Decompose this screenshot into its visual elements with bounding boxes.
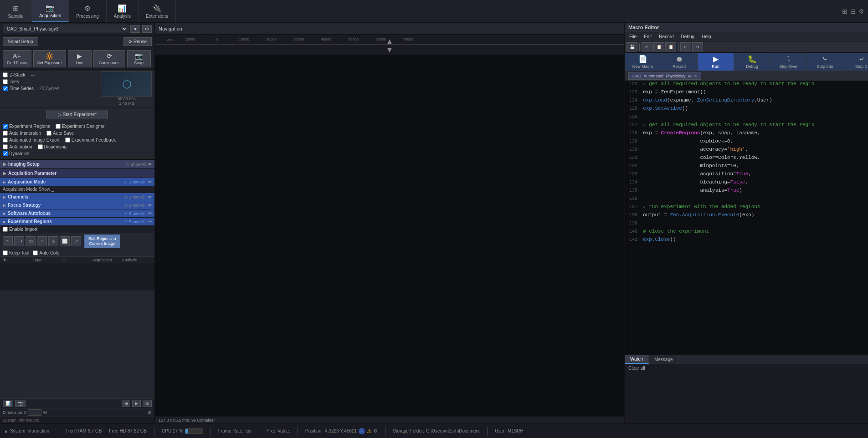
channels-edit[interactable]: ✏ <box>148 194 152 199</box>
set-exposure-button[interactable]: 🔆 Set Exposure <box>33 50 66 67</box>
prev-btn[interactable]: ◀ <box>122 400 130 407</box>
experiment-settings-btn[interactable]: ⚙ <box>142 25 152 33</box>
automation-cb[interactable]: Automation <box>3 144 32 149</box>
macro-redo-btn[interactable]: ↪ <box>692 42 703 51</box>
imaging-setup-show-all[interactable]: ◇ Show All <box>126 162 146 167</box>
dimension-x-input[interactable] <box>28 409 41 416</box>
tab-extensions[interactable]: 🔌 Extensions <box>139 0 176 22</box>
camera-bottom-btn[interactable]: 📷 <box>15 400 26 407</box>
step-over-button[interactable]: ⤵ Step Over <box>770 53 807 71</box>
macro-paste-btn[interactable]: 📋 <box>665 42 676 51</box>
time-series-checkbox[interactable] <box>3 86 8 91</box>
dimension-settings-btn[interactable]: ⚙ <box>148 410 152 415</box>
tool-poly[interactable]: ⟡ <box>48 236 58 246</box>
tool-freehand[interactable]: ↗ <box>71 236 81 246</box>
imaging-setup-section-header[interactable]: ▶ Imaging Setup ◇ Show All ✏ <box>0 159 154 168</box>
acq-mode-show-all[interactable]: ✓ Show All <box>124 180 144 184</box>
macro-menu-help[interactable]: Help <box>699 33 714 40</box>
snap-button[interactable]: 📷 Snap <box>127 50 151 67</box>
dispensing-cb[interactable]: Dispensing <box>38 144 67 149</box>
dynamics-cb[interactable]: Dynamics <box>3 151 29 156</box>
macro-save-btn[interactable]: 💾 <box>627 42 637 51</box>
processing-icon: ⚙ <box>84 4 91 13</box>
focus-strategy-show-all[interactable]: ◇ Show All <box>124 203 144 208</box>
find-focus-button[interactable]: AF Find Focus <box>3 50 31 67</box>
acq-parameter-section-header[interactable]: ▶ Acquisition Parameter <box>0 168 154 178</box>
position-settings-icon[interactable]: ⚙ <box>374 428 378 433</box>
keep-tool-cb[interactable]: Keep Tool <box>3 250 29 255</box>
ruler-tick-4: 20000 <box>258 37 285 41</box>
macro-undo-btn[interactable]: ↩ <box>680 42 691 51</box>
next-btn[interactable]: ▶ <box>132 400 141 407</box>
new-macro-button[interactable]: 📄 New Macro <box>625 53 661 71</box>
focus-strategy-edit[interactable]: ✏ <box>148 203 152 208</box>
expand-btn[interactable]: ⊞ <box>143 400 152 407</box>
acq-mode-edit[interactable]: ✏ <box>148 179 152 184</box>
automated-image-export-cb[interactable]: Automated Image Export <box>3 138 60 143</box>
tab-analysis[interactable]: 📊 Analysis <box>107 0 139 22</box>
run-button[interactable]: ▶ Run <box>698 53 734 71</box>
macro-copy-btn[interactable]: 📋 <box>653 42 664 51</box>
tool-line[interactable]: ⟶ <box>14 236 24 246</box>
channels-show-all[interactable]: ◇ Show All <box>124 195 144 199</box>
tool-bezier[interactable]: ⬜ <box>60 236 70 246</box>
continuous-button[interactable]: ⟳ Continuous <box>93 50 125 67</box>
gear-icon[interactable]: ⚙ <box>858 8 864 15</box>
start-experiment-button[interactable]: ▷ Start Experiment <box>46 110 108 119</box>
experiment-designer-cb[interactable]: Experiment Designer <box>56 124 104 129</box>
macro-tab-item[interactable]: OAD_Automated_Physiology_IA ✕ <box>628 72 701 80</box>
live-button[interactable]: ▶ Live <box>68 50 92 67</box>
grid-icon-1[interactable]: ⊞ <box>842 8 847 15</box>
focus-strategy-header[interactable]: ▶ Focus Strategy ◇ Show All ✏ <box>0 201 154 209</box>
software-autofocus-show-all[interactable]: ✓ Show All <box>124 211 144 216</box>
macro-code-area[interactable]: 122# get all required objects to be read… <box>625 81 868 355</box>
macro-menu-debug[interactable]: Debug <box>678 33 697 40</box>
step-over-icon: ⤵ <box>787 55 791 63</box>
experiment-regions-show-all[interactable]: ✓ Show All <box>124 219 144 224</box>
nav-arrow-top[interactable]: ▲ <box>385 36 394 45</box>
debug-button[interactable]: 🐛 Debug <box>734 53 770 71</box>
z-stack-checkbox[interactable] <box>3 72 8 77</box>
clear-all-button[interactable]: Clear all <box>625 364 649 372</box>
reuse-button[interactable]: ⟳ Reuse <box>123 37 152 46</box>
step-into-button[interactable]: ⤷ Step Into <box>807 53 843 71</box>
extensions-icon: 🔌 <box>153 4 162 13</box>
code-line-126: 126 <box>625 114 868 122</box>
channels-header[interactable]: ▶ Channels ◇ Show All ✏ <box>0 193 154 201</box>
macro-menu-edit[interactable]: Edit <box>641 33 654 40</box>
record-button[interactable]: ⏺ Record <box>661 53 698 71</box>
macro-cut-btn[interactable]: ✂ <box>642 42 652 51</box>
tab-acquisition[interactable]: 📷 Acquisition <box>32 0 69 22</box>
grid-icon-2[interactable]: ⊟ <box>850 8 856 15</box>
message-tab[interactable]: Message <box>649 356 679 363</box>
auto-save-cb[interactable]: Auto Save <box>46 131 74 136</box>
smart-setup-button[interactable]: Smart Setup <box>3 37 38 46</box>
macro-tab-close[interactable]: ✕ <box>693 73 697 78</box>
imaging-setup-edit-icon[interactable]: ✏ <box>148 162 152 167</box>
tab-processing[interactable]: ⚙ Processing <box>69 0 106 22</box>
auto-immersion-cb[interactable]: Auto Immersion <box>3 131 41 136</box>
chart-btn[interactable]: 📊 <box>3 400 13 407</box>
step-c-button[interactable]: ⤶ Step C <box>843 53 868 71</box>
enable-import-cb[interactable]: Enable Import <box>3 227 152 232</box>
viewport-status-bar: 127,8 x 85,5 mm, 96 Container <box>155 417 624 423</box>
tool-pointer[interactable]: ↖ <box>3 236 13 246</box>
tool-circle[interactable]: ○ <box>37 236 47 246</box>
software-autofocus-header[interactable]: ▶ Software Autofocus ✓ Show All ✏ <box>0 209 154 217</box>
macro-menu-file[interactable]: File <box>627 33 639 40</box>
tiles-checkbox[interactable] <box>3 79 8 84</box>
experiment-selector[interactable]: OAD_Smart_Physiology3 <box>3 25 128 33</box>
edit-regions-button[interactable]: Edit Regions inCurrent Image <box>84 234 120 248</box>
acq-mode-header[interactable]: ▶ Acquisition Mode ✓ Show All ✏ <box>0 178 154 186</box>
experiment-regions-edit[interactable]: ✏ <box>148 219 152 224</box>
auto-color-cb[interactable]: Auto Color <box>33 250 61 255</box>
software-autofocus-edit[interactable]: ✏ <box>148 211 152 216</box>
watch-tab[interactable]: Watch <box>625 355 649 364</box>
experiment-regions-cb[interactable]: Experiment Regions <box>3 124 50 129</box>
tool-rect[interactable]: ▭ <box>26 236 36 246</box>
experiment-regions-header[interactable]: ▶ Experiment Regions ✓ Show All ✏ <box>0 218 154 225</box>
experiment-dropdown-btn[interactable]: ▼ <box>130 25 140 33</box>
tab-sample[interactable]: ⊞ Sample <box>0 0 32 22</box>
macro-menu-record[interactable]: Record <box>656 33 676 40</box>
experiment-feedback-cb[interactable]: Experiment Feedback <box>65 138 116 143</box>
